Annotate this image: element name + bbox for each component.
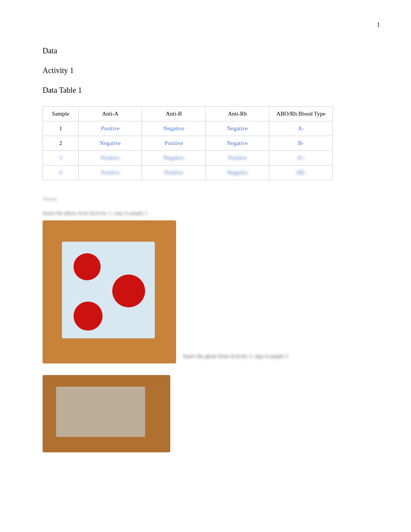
col-header-anti-rh: Anti-Rh — [206, 107, 269, 121]
image-row-1: Insert the photo from Activity 1, step 4… — [43, 220, 372, 363]
cell-anti-b-2: Positive — [142, 136, 206, 151]
cell-anti-a-2: Negative — [79, 136, 142, 151]
cell-anti-b-3: Negative — [142, 151, 206, 165]
blood-card-image-2 — [43, 375, 170, 452]
cell-blood-type-3: A+ — [269, 151, 332, 165]
col-header-blood-type: ABO/Rh Blood Type — [269, 107, 332, 121]
cell-sample-2: 2 — [43, 136, 79, 151]
table-row: 4 Positive Positive Negative AB- — [43, 165, 333, 180]
data-table: Sample Anti-A Anti-B Anti-Rh ABO/Rh Bloo… — [43, 106, 333, 180]
caption-beside-1: Insert the photo from Activity 1, step 4… — [183, 353, 288, 360]
section-title: Data — [43, 46, 372, 55]
cell-anti-a-3: Positive — [79, 151, 142, 165]
col-header-anti-a: Anti-A — [79, 107, 142, 121]
cell-anti-rh-4: Negative — [206, 165, 269, 180]
blood-spot-1c — [74, 302, 103, 331]
blood-card-image-1 — [43, 220, 176, 363]
notes-label: Notes — [43, 196, 372, 203]
photo-1 — [43, 220, 176, 363]
cell-anti-rh-3: Positive — [206, 151, 269, 165]
table-row: 3 Positive Negative Positive A+ — [43, 151, 333, 165]
caption-1: Insert the photo from Activity 1, step 4… — [43, 210, 197, 217]
cell-blood-type-2: B- — [269, 136, 332, 151]
cell-blood-type-1: A- — [269, 121, 332, 136]
table-row: 1 Positive Negative Negative A- — [43, 121, 333, 136]
cell-sample-1: 1 — [43, 121, 79, 136]
cell-anti-b-4: Positive — [142, 165, 206, 180]
cell-anti-a-1: Positive — [79, 121, 142, 136]
cell-anti-b-1: Negative — [142, 121, 206, 136]
cell-blood-type-4: AB- — [269, 165, 332, 180]
table-row: 2 Negative Positive Negative B- — [43, 136, 333, 151]
cell-anti-rh-1: Negative — [206, 121, 269, 136]
table-title: Data Table 1 — [43, 86, 372, 95]
page-number: 1 — [377, 21, 380, 28]
photo-2 — [43, 371, 170, 452]
blood-spot-1a — [74, 253, 101, 280]
blood-spot-1b — [112, 275, 145, 307]
cell-sample-4: 4 — [43, 165, 79, 180]
blood-card-inner-1 — [62, 242, 155, 338]
cell-sample-3: 3 — [43, 151, 79, 165]
cell-anti-a-4: Positive — [79, 165, 142, 180]
col-header-sample: Sample — [43, 107, 79, 121]
blood-card-inner-2 — [56, 387, 145, 437]
col-header-anti-b: Anti-B — [142, 107, 206, 121]
activity-title: Activity 1 — [43, 66, 372, 75]
cell-anti-rh-2: Negative — [206, 136, 269, 151]
